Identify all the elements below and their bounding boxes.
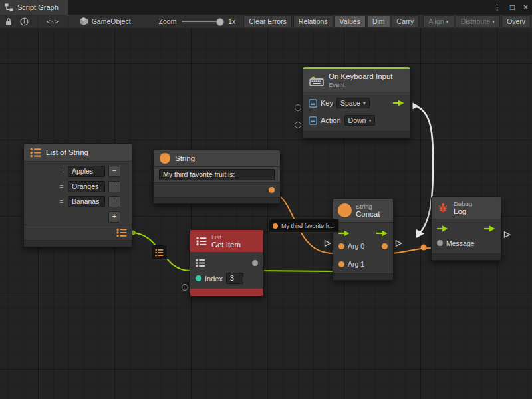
window-maximize-icon[interactable]: □	[510, 0, 515, 15]
align-label: Align	[428, 17, 444, 25]
control-flow-row	[432, 222, 501, 235]
list-icon	[155, 247, 164, 258]
node-list-of-string[interactable]: List of String = Apples − = Oranges − = …	[23, 143, 132, 247]
node-concat[interactable]: String Concat Arg 0	[332, 198, 394, 281]
control-out-port[interactable]	[395, 239, 402, 247]
node-header[interactable]: List Get Item	[190, 230, 263, 253]
unity-script-graph-window: Script Graph ⋮ □ × <·> GameObject Zoom 1…	[0, 0, 532, 399]
flow-in-arrow-icon[interactable]	[437, 223, 448, 234]
zoom-label: Zoom	[159, 17, 177, 25]
graph-canvas[interactable]: On Keyboard Input Event Key Space▾	[0, 28, 532, 399]
wire-keyboard-to-log[interactable]	[413, 105, 433, 233]
drag-handle-icon[interactable]: =	[59, 198, 65, 205]
window-menu-icon[interactable]: ⋮	[493, 0, 501, 15]
flow-out-arrow-icon[interactable]	[376, 228, 388, 239]
zoom-slider[interactable]	[182, 16, 224, 27]
keycap-icon	[309, 115, 317, 126]
gameobject-cube-icon	[79, 16, 88, 27]
list-item-field[interactable]: Oranges	[68, 181, 105, 192]
string-value-field[interactable]: My third favorite fruit is:	[159, 169, 275, 180]
flow-in-arrow-icon[interactable]	[338, 228, 350, 239]
result-output-port[interactable]	[382, 243, 388, 249]
control-out-port[interactable]	[412, 102, 420, 110]
drag-handle-icon[interactable]: =	[59, 183, 65, 190]
values-button[interactable]: Values	[334, 15, 366, 27]
clear-errors-button[interactable]: Clear Errors	[243, 15, 292, 27]
node-title: Get Item	[211, 241, 241, 249]
node-header[interactable]: On Keyboard Input Event	[303, 69, 410, 92]
flow-out-arrow-icon[interactable]	[484, 223, 495, 234]
list-item-field[interactable]: Bananas	[68, 196, 105, 207]
gameobject-label[interactable]: GameObject	[92, 17, 131, 25]
tab-script-graph[interactable]: Script Graph	[0, 0, 68, 15]
action-value: Down	[348, 116, 366, 124]
dim-button[interactable]: Dim	[367, 15, 390, 27]
action-input-port[interactable]	[295, 122, 301, 128]
zoom-slider-knob[interactable]	[216, 18, 224, 26]
action-dropdown[interactable]: Down▾	[344, 115, 376, 126]
chevron-down-icon: ▾	[363, 100, 366, 106]
string-field-row: My third favorite fruit is:	[154, 167, 280, 183]
window-close-icon[interactable]: ×	[523, 0, 528, 15]
node-footer	[190, 288, 263, 296]
relations-label: Relations	[299, 17, 328, 25]
node-debug-log[interactable]: Debug Log Message	[431, 196, 501, 261]
lock-icon[interactable]	[5, 16, 13, 27]
node-header[interactable]: String Concat	[333, 199, 393, 223]
wire-getitem-to-concat[interactable]	[252, 271, 333, 271]
node-header[interactable]: List of String	[24, 144, 132, 162]
key-dropdown[interactable]: Space▾	[336, 98, 370, 108]
arg0-input-port[interactable]	[338, 243, 344, 249]
distribute-button[interactable]: Distribute▾	[456, 15, 500, 27]
node-get-item[interactable]: List Get Item Index 3	[190, 229, 264, 297]
node-string-literal[interactable]: String My third favorite fruit is:	[153, 150, 281, 204]
index-external-port[interactable]	[182, 284, 188, 291]
node-on-keyboard-input[interactable]: On Keyboard Input Event Key Space▾	[303, 66, 410, 138]
add-item-button[interactable]: +	[108, 211, 120, 223]
node-title: List of String	[46, 148, 88, 156]
key-input-port[interactable]	[295, 104, 301, 111]
relations-button[interactable]: Relations	[293, 15, 333, 27]
carry-label: Carry	[397, 17, 414, 25]
key-label: Key	[321, 99, 333, 107]
node-body: Index 3	[190, 253, 263, 288]
index-value-field[interactable]: 3	[226, 273, 243, 284]
remove-item-button[interactable]: −	[108, 196, 120, 207]
chevron-down-icon: ▾	[446, 19, 449, 25]
list-icon	[196, 236, 207, 247]
remove-item-button[interactable]: −	[108, 166, 120, 177]
arg1-row: Arg 1	[333, 257, 393, 271]
node-header[interactable]: String	[154, 150, 280, 167]
arg0-label: Arg 0	[348, 242, 364, 250]
list-input-port[interactable]	[196, 257, 205, 268]
control-out-port[interactable]	[503, 231, 511, 239]
info-icon[interactable]	[20, 16, 29, 27]
node-header[interactable]: Debug Log	[432, 197, 501, 219]
tab-title: Script Graph	[17, 3, 59, 11]
control-flow-row	[333, 227, 393, 240]
keyboard-icon	[309, 75, 324, 86]
string-type-icon	[160, 153, 170, 164]
code-view-icon[interactable]: <·>	[47, 18, 59, 25]
flow-out-arrow-icon[interactable]	[393, 98, 404, 108]
list-output-port[interactable]	[116, 227, 127, 238]
carry-button[interactable]: Carry	[392, 15, 420, 27]
overview-button[interactable]: Overv	[501, 15, 531, 27]
toolbar-separator	[68, 17, 68, 26]
control-in-port[interactable]	[324, 239, 331, 247]
wire-value-tooltip: My third favorite fr...	[269, 219, 339, 233]
index-row: Index 3	[190, 271, 263, 286]
node-title: Concat	[356, 210, 380, 218]
item-output-port[interactable]	[252, 260, 258, 266]
node-footer	[24, 240, 132, 247]
message-input-port[interactable]	[437, 240, 443, 246]
arg1-input-port[interactable]	[338, 261, 344, 267]
arg1-label: Arg 1	[348, 260, 364, 268]
string-output-port[interactable]	[269, 187, 275, 193]
list-item-row: = Oranges −	[24, 179, 132, 194]
list-item-field[interactable]: Apples	[68, 166, 105, 177]
index-input-port[interactable]	[196, 275, 201, 281]
remove-item-button[interactable]: −	[108, 181, 120, 192]
drag-handle-icon[interactable]: =	[59, 168, 65, 175]
align-button[interactable]: Align▾	[423, 15, 454, 27]
